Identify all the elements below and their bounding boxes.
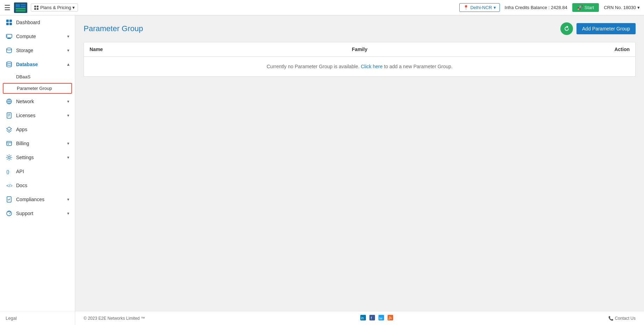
svg-text:in: in [361, 316, 364, 320]
svg-point-16 [7, 48, 12, 50]
svg-rect-2 [21, 6, 26, 7]
svg-rect-37 [369, 315, 375, 320]
table-header: Name Family Action [84, 42, 635, 57]
twitter-icon[interactable]: tw [378, 315, 384, 322]
settings-icon [6, 154, 13, 161]
svg-rect-12 [9, 23, 12, 25]
sidebar-label-api: API [16, 169, 24, 174]
sidebar-label-dashboard: Dashboard [16, 20, 40, 25]
sidebar-item-dashboard[interactable]: Dashboard [0, 15, 75, 29]
database-icon [6, 61, 13, 68]
content-area: Parameter Group Add Parameter Group Name… [75, 15, 644, 325]
sidebar-item-docs[interactable]: </> Docs [0, 178, 75, 192]
api-icon: {} [6, 168, 13, 175]
sidebar-label-settings: Settings [16, 155, 34, 160]
sidebar-label-network: Network [16, 99, 34, 104]
svg-point-34 [9, 215, 9, 216]
billing-chevron: ▾ [67, 141, 69, 146]
start-button[interactable]: 🚀 Start [572, 3, 599, 12]
sidebar-item-network[interactable]: Network ▾ [0, 94, 75, 108]
plans-pricing-button[interactable]: Plans & Pricing ▾ [31, 3, 78, 12]
sidebar-item-apps[interactable]: Apps [0, 122, 75, 136]
sidebar-label-dbaas: DBaaS [16, 74, 30, 79]
svg-text:{}: {} [6, 169, 9, 174]
sidebar-label-compute: Compute [16, 34, 36, 39]
sidebar-label-parameter-group: Parameter Group [17, 86, 52, 91]
sidebar-item-licenses[interactable]: Licenses ▾ [0, 108, 75, 122]
compliances-icon [6, 196, 13, 203]
page-footer: © 2023 E2E Networks Limited ™ in f tw 📞 … [75, 311, 644, 325]
logo [14, 2, 27, 13]
empty-text-before: Currently no Parameter Group is availabl… [267, 64, 359, 69]
svg-text:tw: tw [379, 317, 383, 320]
storage-icon [6, 47, 13, 54]
crn-button[interactable]: CRN No. 18030 ▾ [604, 5, 640, 10]
sidebar-item-billing[interactable]: Billing ▾ [0, 136, 75, 150]
svg-rect-6 [37, 6, 38, 7]
sidebar-sub-item-parameter-group[interactable]: Parameter Group [3, 83, 72, 94]
column-header-action: Action [450, 47, 630, 52]
crn-chevron: ▾ [637, 5, 640, 10]
docs-icon: </> [6, 182, 13, 189]
storage-chevron: ▾ [67, 48, 69, 53]
sidebar-item-api[interactable]: {} API [0, 164, 75, 178]
main-layout: Dashboard Compute ▾ Storage ▾ Database ▴ [0, 15, 644, 325]
sidebar-label-support: Support [16, 211, 33, 216]
svg-rect-28 [8, 144, 9, 144]
region-label: Delhi-NCR [470, 5, 492, 10]
svg-rect-9 [6, 20, 9, 22]
footer-copyright: © 2023 E2E Networks Limited ™ [84, 316, 145, 321]
svg-rect-8 [37, 8, 38, 10]
location-icon: 📍 [463, 5, 469, 10]
top-header: ☰ Plans & Pricing ▾ 📍 Delhi-NCR [0, 0, 644, 15]
billing-icon [6, 140, 13, 147]
sidebar-label-apps: Apps [16, 127, 27, 132]
svg-point-29 [8, 156, 10, 158]
support-chevron: ▾ [67, 211, 69, 216]
region-chevron: ▾ [494, 5, 496, 10]
table-icon [34, 5, 39, 10]
footer-contact-us[interactable]: 📞 Contact Us [608, 316, 636, 321]
sidebar-sub-item-dbaas[interactable]: DBaaS [0, 71, 75, 82]
crn-label: CRN No. 18030 [604, 5, 636, 10]
sidebar-item-database[interactable]: Database ▴ [0, 57, 75, 71]
header-left: ☰ Plans & Pricing ▾ [4, 2, 78, 13]
region-button[interactable]: 📍 Delhi-NCR ▾ [459, 3, 500, 12]
sidebar-item-compute[interactable]: Compute ▾ [0, 29, 75, 43]
network-chevron: ▾ [67, 99, 69, 104]
linkedin-icon[interactable]: in [360, 315, 366, 322]
empty-click-here-link[interactable]: Click here [361, 64, 382, 69]
refresh-icon [564, 26, 570, 32]
infra-credits-balance: Infra Credits Balance : 2428.84 [505, 5, 567, 10]
sidebar-footer-legal[interactable]: Legal [0, 311, 75, 325]
svg-rect-7 [34, 8, 36, 10]
refresh-button[interactable] [560, 22, 573, 35]
sidebar-label-docs: Docs [16, 183, 27, 188]
header-actions: Add Parameter Group [560, 22, 636, 35]
parameter-group-table: Name Family Action Currently no Paramete… [84, 42, 636, 77]
hamburger-menu[interactable]: ☰ [4, 3, 10, 12]
svg-rect-0 [16, 4, 20, 7]
sidebar-label-licenses: Licenses [16, 113, 35, 118]
sidebar-label-database: Database [16, 62, 38, 67]
svg-rect-41 [388, 315, 393, 320]
column-header-family: Family [270, 47, 450, 52]
facebook-icon[interactable]: f [369, 315, 375, 322]
svg-rect-11 [6, 23, 9, 25]
dashboard-icon [6, 19, 13, 26]
sidebar-item-compliances[interactable]: Compliances ▾ [0, 192, 75, 206]
add-parameter-group-button[interactable]: Add Parameter Group [576, 23, 636, 34]
rss-icon[interactable] [388, 315, 393, 322]
licenses-icon [6, 112, 13, 119]
start-icon: 🚀 [577, 5, 583, 10]
svg-rect-14 [7, 38, 11, 39]
table-empty-state: Currently no Parameter Group is availabl… [84, 57, 635, 76]
compliances-chevron: ▾ [67, 197, 69, 202]
content-header: Parameter Group Add Parameter Group [84, 22, 636, 35]
content-main: Parameter Group Add Parameter Group Name… [75, 15, 644, 311]
svg-rect-1 [21, 4, 26, 5]
svg-rect-4 [16, 10, 26, 12]
sidebar-item-settings[interactable]: Settings ▾ [0, 150, 75, 164]
sidebar-item-storage[interactable]: Storage ▾ [0, 43, 75, 57]
sidebar-item-support[interactable]: Support ▾ [0, 206, 75, 220]
